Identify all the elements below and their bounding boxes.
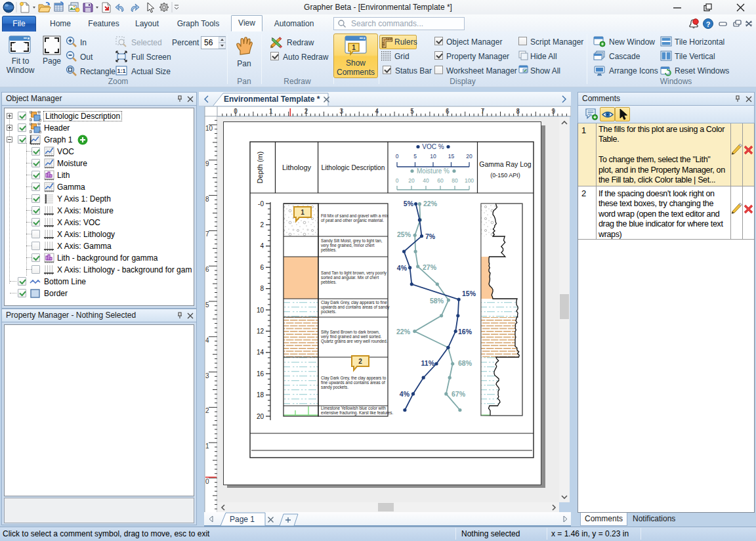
svg-text:1: 1 (301, 209, 304, 216)
svg-text:extensive fracturing. Karst l: extensive fracturing. Karst like feature… (321, 410, 393, 416)
svg-text:7: 7 (481, 108, 485, 115)
svg-text:16%: 16% (458, 328, 472, 335)
svg-text:14: 14 (257, 349, 264, 356)
svg-text:sandy pockets.: sandy pockets. (321, 385, 348, 390)
svg-text:68%: 68% (458, 359, 472, 367)
svg-text:10: 10 (257, 307, 264, 314)
svg-text:7%: 7% (425, 232, 436, 240)
svg-text:Depth (m): Depth (m) (256, 152, 264, 184)
svg-text:20: 20 (257, 413, 264, 420)
svg-text:6: 6 (260, 264, 264, 271)
svg-text:5: 5 (205, 301, 209, 309)
svg-text:(0-150 API): (0-150 API) (490, 172, 520, 179)
svg-text:3: 3 (340, 108, 344, 115)
svg-text:0: 0 (234, 108, 238, 115)
svg-text:100: 100 (465, 177, 474, 184)
svg-text:16: 16 (257, 370, 264, 378)
svg-text:pebbles.: pebbles. (321, 280, 337, 285)
svg-text:8: 8 (516, 108, 520, 115)
svg-text:4: 4 (205, 337, 209, 344)
svg-text:15: 15 (448, 153, 455, 160)
svg-text:Lithologic Description: Lithologic Description (322, 164, 385, 171)
svg-text:25%: 25% (397, 230, 411, 238)
svg-text:11%: 11% (421, 359, 435, 367)
svg-text:4: 4 (260, 242, 264, 249)
svg-text:2: 2 (358, 358, 362, 365)
svg-text:6: 6 (446, 108, 450, 115)
svg-text:Lithology: Lithology (282, 163, 312, 171)
svg-text:58%: 58% (430, 297, 444, 305)
svg-text:7: 7 (205, 230, 209, 238)
svg-text:1: 1 (352, 44, 356, 51)
svg-text:22%: 22% (396, 328, 411, 335)
svg-text:18: 18 (257, 391, 264, 399)
svg-text:15%: 15% (462, 290, 476, 297)
svg-text:3: 3 (205, 372, 209, 379)
svg-text:8: 8 (260, 285, 264, 292)
svg-text:2: 2 (304, 108, 308, 115)
svg-text:80: 80 (452, 177, 458, 184)
svg-text:Moisture %: Moisture % (417, 167, 450, 175)
svg-text:4%: 4% (397, 264, 408, 272)
svg-text:22%: 22% (423, 200, 438, 207)
svg-text:0: 0 (396, 153, 399, 160)
svg-text:5: 5 (413, 153, 417, 160)
svg-text:9: 9 (205, 160, 209, 167)
svg-text:Gamma Ray Log: Gamma Ray Log (479, 160, 532, 168)
svg-text:0: 0 (396, 177, 399, 184)
svg-text:40: 40 (423, 177, 429, 184)
svg-text:67%: 67% (452, 390, 466, 398)
svg-text:VOC %: VOC % (422, 143, 444, 150)
svg-text:4: 4 (375, 108, 379, 115)
svg-text:27%: 27% (423, 263, 437, 271)
svg-text:?: ? (706, 20, 711, 28)
svg-text:12: 12 (257, 328, 264, 335)
svg-text:20: 20 (408, 177, 415, 184)
svg-text:60: 60 (437, 177, 444, 184)
svg-text:4%: 4% (400, 390, 410, 398)
svg-text:1:1: 1:1 (117, 68, 125, 74)
svg-text:Quartz grains are very well ro: Quartz grains are very well rounded. (321, 339, 388, 344)
svg-text:8: 8 (205, 196, 209, 203)
svg-text:9: 9 (551, 108, 555, 115)
svg-text:-0: -0 (258, 200, 264, 207)
svg-text:10: 10 (430, 153, 436, 160)
svg-text:0: 0 (205, 478, 209, 485)
svg-text:5: 5 (410, 108, 414, 115)
svg-text:20: 20 (466, 153, 472, 160)
svg-text:2: 2 (260, 221, 264, 228)
svg-text:5%: 5% (404, 200, 414, 207)
svg-text:of peat and other organic mate: of peat and other organic material. (321, 218, 384, 223)
svg-text:1: 1 (205, 443, 209, 450)
svg-text:10: 10 (205, 125, 213, 132)
svg-text:pockets.: pockets. (321, 309, 337, 314)
svg-text:Limestone Yellowish blue color: Limestone Yellowish blue color with (321, 406, 386, 410)
svg-text:6: 6 (205, 266, 209, 273)
svg-text:pebbles.: pebbles. (321, 248, 337, 253)
svg-text:2: 2 (205, 407, 209, 414)
svg-text:1: 1 (269, 108, 273, 115)
